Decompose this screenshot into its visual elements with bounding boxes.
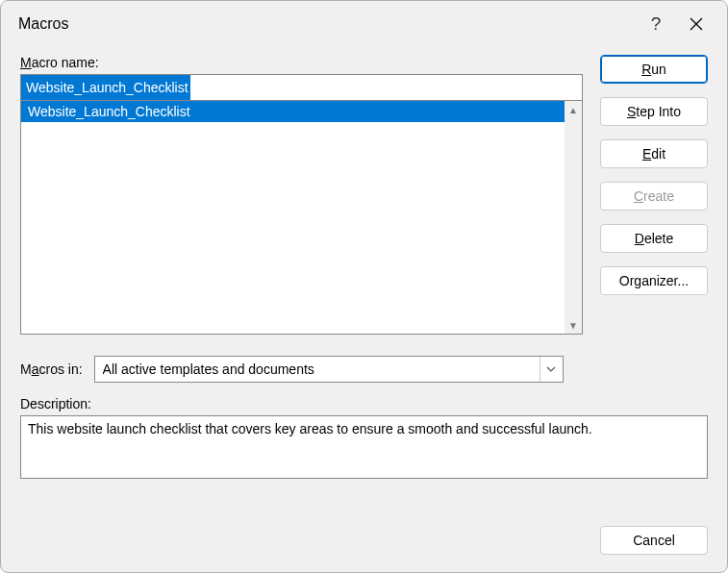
organizer-button[interactable]: Organizer... [600, 266, 708, 295]
description-label: Description: [20, 396, 708, 411]
close-icon [689, 16, 704, 32]
cancel-button[interactable]: Cancel [600, 526, 708, 555]
list-item[interactable]: Website_Launch_Checklist [21, 101, 565, 122]
dialog-title: Macros [18, 15, 633, 33]
close-button[interactable] [679, 7, 714, 41]
macro-name-input[interactable] [20, 74, 583, 101]
create-button[interactable]: Create [600, 182, 708, 211]
titlebar: Macros ? [1, 1, 727, 47]
dialog-body: Macro name: Website_Launch_Checklist Web… [1, 47, 727, 572]
delete-button[interactable]: Delete [600, 224, 708, 253]
macros-in-dropdown[interactable] [94, 356, 564, 383]
macro-name-label: Macro name: [20, 55, 583, 70]
step-into-button[interactable]: Step Into [600, 97, 708, 126]
help-button[interactable]: ? [639, 7, 673, 41]
macros-dialog: Macros ? Macro name: Website_Launch_Chec… [0, 0, 728, 573]
description-box: This website launch checklist that cover… [20, 415, 708, 479]
macro-list[interactable]: Website_Launch_Checklist ▲ ▼ [20, 100, 583, 335]
scroll-down-icon[interactable]: ▼ [565, 316, 582, 334]
edit-button[interactable]: Edit [600, 139, 708, 168]
macros-in-label: Macros in: [20, 361, 83, 377]
run-button[interactable]: Run [600, 55, 708, 84]
action-buttons: Run Step Into Edit Create Delete Organiz… [600, 55, 708, 295]
scroll-up-icon[interactable]: ▲ [565, 101, 582, 118]
scrollbar[interactable]: ▲ ▼ [565, 101, 582, 334]
